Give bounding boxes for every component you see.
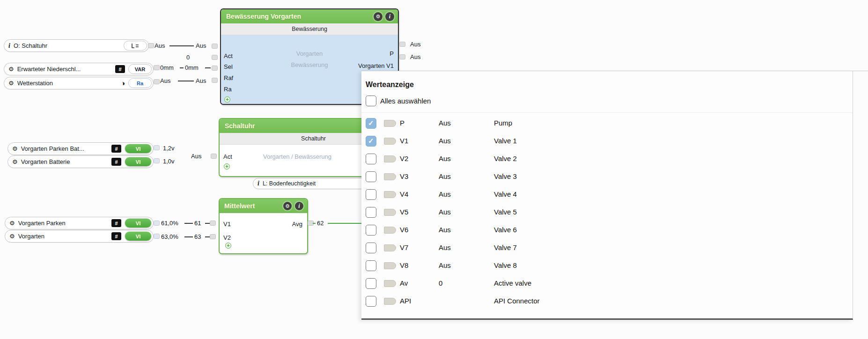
source-label: O: Schaltuhr <box>14 42 120 49</box>
input-connector-act[interactable] <box>211 154 217 159</box>
input-connector-v2[interactable] <box>210 234 216 239</box>
value-row-v3[interactable]: V3AusValve 3 <box>361 168 853 186</box>
source-capsule-vorgarten-parken[interactable]: ⚙ Vorgarten Parken # VI <box>5 217 154 229</box>
checkbox[interactable] <box>366 118 376 129</box>
add-input-icon[interactable] <box>224 96 230 103</box>
row-value: Aus <box>439 155 451 162</box>
value-row-p[interactable]: PAusPump <box>361 115 853 133</box>
wire-value: 61 <box>194 220 201 227</box>
row-value: Aus <box>439 190 451 198</box>
gear-icon[interactable]: ⚙ <box>374 12 383 21</box>
input-label: Ra <box>224 86 232 93</box>
value-row-api[interactable]: APIAPI Connector <box>361 293 853 310</box>
source-capsule-vorgarten[interactable]: ⚙ Vorgarten # VI <box>5 230 154 243</box>
output-connector[interactable] <box>154 234 160 239</box>
source-capsule-bodenfeuchtigkeit[interactable]: i L: Bodenfeuchtigkeit <box>253 178 375 189</box>
input-connector-raf[interactable] <box>212 66 218 71</box>
connector-tag-icon <box>384 191 396 198</box>
info-icon[interactable]: i <box>385 12 394 21</box>
connector-tag-icon <box>384 227 396 234</box>
value-row-v5[interactable]: V5AusValve 5 <box>361 204 853 221</box>
output-connector[interactable] <box>154 145 160 150</box>
block-title: Bewässerung Vorgarten <box>226 13 301 20</box>
input-label: Raf <box>224 74 233 82</box>
checkbox[interactable] <box>366 207 376 218</box>
analog-value-icon: # <box>115 65 125 73</box>
checkbox[interactable] <box>366 154 376 164</box>
source-capsule-wetterstation[interactable]: ⚙ Wetterstation ◑ Ra <box>4 77 154 89</box>
row-value: Aus <box>439 261 451 269</box>
wire-value: 62 <box>317 220 324 227</box>
input-connector-act[interactable] <box>212 44 218 49</box>
checkbox[interactable] <box>366 243 376 253</box>
info-icon[interactable]: i <box>295 202 303 210</box>
value-row-v6[interactable]: V6AusValve 6 <box>361 221 853 239</box>
row-label: API <box>400 297 411 305</box>
connector-tag-icon <box>384 138 396 145</box>
value-row-v2[interactable]: V2AusValve 2 <box>361 150 853 168</box>
gear-icon[interactable]: ⚙ <box>283 202 292 210</box>
checkbox[interactable] <box>366 278 376 289</box>
input-label: Act <box>223 153 232 161</box>
connector-tag-icon <box>384 209 396 216</box>
info-icon: i <box>257 180 259 187</box>
var-pill: VAR <box>128 64 152 74</box>
value-row-v8[interactable]: V8AusValve 8 <box>361 257 853 275</box>
row-description: Valve 3 <box>494 172 517 180</box>
panel-title: Werteanzeige <box>366 81 414 89</box>
wire-segment <box>313 223 316 224</box>
info-icon: i <box>8 43 10 49</box>
source-label: Vorgarten Parken <box>18 220 108 227</box>
output-connector[interactable] <box>154 65 160 70</box>
output-connector[interactable] <box>154 79 160 84</box>
output-connector-v1[interactable] <box>399 54 405 59</box>
analog-value-icon: # <box>111 145 121 153</box>
wire-value: 0 <box>186 54 190 61</box>
block-description: Vorgarten <box>221 50 398 58</box>
row-label: V1 <box>400 137 408 145</box>
value-row-v7[interactable]: V7AusValve 7 <box>361 239 853 257</box>
value-row-av[interactable]: Av0Active valve <box>361 275 853 293</box>
half-circle-icon: ◑ <box>121 80 125 87</box>
row-value: Aus <box>439 137 451 145</box>
row-value: 0 <box>439 279 442 287</box>
wire-value: 1,2v <box>163 145 175 152</box>
wire-value: Aus <box>160 77 170 85</box>
output-label: Vorgarten V1 <box>358 62 394 70</box>
select-all-checkbox[interactable] <box>366 96 376 106</box>
checkbox[interactable] <box>366 136 376 147</box>
output-connector-p[interactable] <box>399 42 405 47</box>
block-title: Schaltuhr <box>225 122 255 130</box>
checkbox[interactable] <box>366 296 376 307</box>
row-label: V6 <box>400 226 408 234</box>
block-header: Mittelwert ⚙ i <box>220 199 307 213</box>
source-label: Vorgarten <box>18 233 108 240</box>
value-row-v1[interactable]: V1AusValve 1 <box>361 133 853 150</box>
input-connector-v1[interactable] <box>210 221 216 226</box>
checkbox[interactable] <box>366 225 376 236</box>
checkbox[interactable] <box>366 171 376 182</box>
checkbox[interactable] <box>366 189 376 200</box>
vi-pill: VI <box>125 231 152 241</box>
source-capsule-vorgarten-batterie[interactable]: ⚙ Vorgarten Batterie # VI <box>7 155 154 168</box>
add-input-icon[interactable] <box>224 163 230 170</box>
wire-segment <box>205 236 210 237</box>
block-mittelwert[interactable]: Mittelwert ⚙ i V1 V2 Avg <box>219 198 308 254</box>
source-label: Vorgarten Batterie <box>21 158 108 165</box>
input-connector-ra[interactable] <box>212 78 218 83</box>
output-connector[interactable] <box>154 221 160 226</box>
value-row-v4[interactable]: V4AusValve 4 <box>361 186 853 204</box>
gear-icon: ⚙ <box>8 80 14 86</box>
row-description: Valve 4 <box>494 190 517 198</box>
output-connector[interactable] <box>154 158 160 163</box>
source-capsule-schaltuhr[interactable]: i O: Schaltuhr <box>4 39 149 52</box>
panel-top-border-extension <box>853 71 868 71</box>
output-connector[interactable] <box>148 43 154 48</box>
checkbox[interactable] <box>366 260 376 271</box>
wire-segment <box>205 67 211 68</box>
source-label: L: Bodenfeuchtigkeit <box>263 180 374 187</box>
add-input-icon[interactable] <box>225 243 231 249</box>
source-capsule-parken-batterie[interactable]: ⚙ Vorgarten Parken Bat... # VI <box>7 142 154 155</box>
source-capsule-niederschlag[interactable]: ⚙ Erwarteter Niederschl... # VAR <box>4 63 154 75</box>
input-connector-sel[interactable] <box>212 55 218 60</box>
